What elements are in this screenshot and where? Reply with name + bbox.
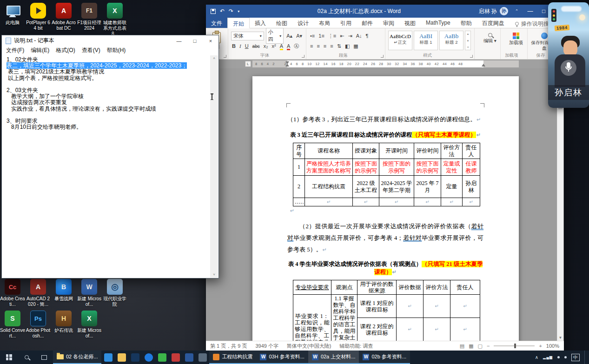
tab-view[interactable]: 视图	[399, 18, 421, 28]
tab-insert[interactable]: 插入	[250, 18, 271, 28]
tab-review[interactable]: 审阅	[378, 18, 399, 28]
align-center-icon[interactable]: ≡	[316, 43, 320, 49]
zoom-in-icon[interactable]: +	[539, 343, 542, 349]
web-layout-icon[interactable]: ▢	[478, 343, 483, 349]
menu-format[interactable]: 格式(O)	[53, 46, 78, 54]
undo-icon[interactable]: ↶	[220, 8, 225, 14]
scroll-up-icon[interactable]: ˄	[213, 56, 215, 60]
taskbar-search-button[interactable]	[18, 351, 35, 364]
start-button[interactable]	[0, 351, 18, 364]
decrease-indent-icon[interactable]: ⇤	[339, 33, 345, 39]
desktop-icon-autocad[interactable]: AutoCAD 2020 - 简...	[26, 279, 51, 307]
task-view-button[interactable]	[35, 351, 53, 364]
tab-draw[interactable]: 绘图	[271, 18, 292, 28]
pinned-app-word[interactable]	[182, 351, 196, 364]
taskbar-window-03h[interactable]: 03H 参考资料...	[256, 351, 308, 364]
language-indicator[interactable]: 简体中文(中国大陆)	[283, 343, 335, 350]
desktop-icon-acrobat[interactable]: Adobe Acrobat DC	[51, 3, 76, 31]
font-dialog-launcher[interactable]	[302, 55, 304, 58]
print-layout-icon[interactable]: ▦	[469, 343, 473, 349]
microphone-icon[interactable]	[561, 60, 576, 76]
superscript-icon[interactable]	[271, 43, 277, 49]
enclose-character-icon[interactable]	[293, 43, 300, 50]
highlight-color-icon[interactable]	[279, 43, 284, 49]
styles-dialog-launcher[interactable]	[470, 55, 473, 58]
desktop-icon-battlenet[interactable]: 暴雪战网	[51, 279, 76, 302]
multilevel-list-icon[interactable]: ⋮≡	[327, 33, 337, 39]
tab-design[interactable]: 设计	[292, 18, 314, 28]
pinned-app-store[interactable]	[128, 351, 142, 364]
show-desktop-button[interactable]	[584, 351, 586, 364]
font-color-icon[interactable]	[286, 43, 291, 49]
shrink-font-icon[interactable]: A▾	[295, 33, 303, 39]
numbering-icon[interactable]: 1≡	[318, 33, 325, 39]
show-formatting-marks-icon[interactable]: ¶	[365, 33, 370, 39]
line-spacing-icon[interactable]: ⇅	[336, 43, 342, 49]
shading-icon[interactable]: ◧	[344, 43, 351, 49]
tab-file[interactable]: 文件	[206, 18, 227, 28]
desktop-icon-potplayer[interactable]: PotPlayer 64 bit	[26, 3, 51, 31]
word-title-bar[interactable]: ↶ ↷ ▾ 02a 上交材料-汇总表.docx - Word 启林 孙 孙 ⌃ …	[206, 5, 564, 18]
style-heading1[interactable]: AaBI 标题 1	[414, 31, 438, 50]
maximize-button[interactable]: □	[187, 35, 203, 46]
desktop-icon-solid-converter[interactable]: Solid Convert...	[0, 311, 25, 339]
scroll-down-icon[interactable]: ˅	[213, 272, 215, 277]
minimize-button[interactable]: —	[171, 35, 187, 46]
taskbar-window-02a[interactable]: 02a 上交材料...	[308, 351, 359, 364]
underline-icon[interactable]	[244, 43, 250, 49]
style-heading2[interactable]: AaBb 标题 2	[439, 31, 463, 50]
tray-icon[interactable]	[557, 356, 560, 358]
align-right-icon[interactable]: ≡	[323, 43, 327, 49]
editing-button[interactable]: 编辑 ▾	[477, 31, 503, 44]
pinned-app-misc[interactable]	[196, 351, 209, 364]
style-normal[interactable]: AaBbCcD ↵正文	[388, 31, 412, 50]
document-page[interactable]: （1）参考表 3，列出近三年已开展课程目标达成情况评价的课程信息。↵ 表 3 近…	[252, 76, 519, 341]
strikethrough-icon[interactable]	[251, 43, 261, 49]
ruler[interactable]: 8 6 4 2 2 4 6 8 10 12 14 16 18 20 22 24 …	[206, 60, 564, 68]
accessibility-checker[interactable]: 辅助功能: 调查	[335, 343, 377, 350]
menu-help[interactable]: 帮助(H)	[104, 46, 129, 54]
tab-mathtype[interactable]: MathType	[421, 18, 456, 28]
ribbon-display-options-icon[interactable]: ⌃	[510, 5, 523, 18]
notepad-text-area[interactable]: 1、02文件夹 表二，填近三个学年土木夏季班，2024-2025，2023-20…	[2, 55, 210, 278]
tab-layout[interactable]: 布局	[314, 18, 335, 28]
pinned-app-explorer[interactable]	[115, 351, 128, 364]
read-mode-icon[interactable]: ▤	[460, 343, 464, 349]
pinned-app-qq[interactable]	[142, 351, 155, 364]
vertical-scrollbar[interactable]: ▲ ▼	[557, 68, 563, 341]
tray-icon[interactable]	[564, 356, 567, 358]
clipboard-dialog-launcher[interactable]	[224, 55, 226, 58]
desktop-icon-this-pc[interactable]: 此电脑	[0, 3, 25, 26]
taskbar-window-02b[interactable]: 02b 参考资料...	[359, 351, 410, 364]
tab-help[interactable]: 帮助	[456, 18, 477, 28]
tab-selector[interactable]	[245, 61, 251, 67]
redo-icon[interactable]: ↷	[229, 8, 233, 14]
font-size-combo[interactable]: 小四▾	[266, 28, 284, 44]
subscript-icon[interactable]	[263, 43, 269, 49]
addins-button[interactable]: 加载项	[503, 31, 529, 46]
hanging-indent-marker[interactable]	[285, 64, 289, 66]
close-button[interactable]: ×	[203, 35, 218, 46]
bold-icon[interactable]	[231, 43, 237, 49]
zoom-slider[interactable]	[494, 345, 535, 346]
page-indicator[interactable]: 第 1 页，共 9 页	[206, 343, 251, 350]
word-count[interactable]: 3949 个字	[251, 343, 283, 350]
desktop-icon-new-excel-doc[interactable]: 新建 Microsof...	[77, 311, 102, 339]
scroll-down-icon[interactable]: ▼	[557, 336, 563, 340]
zoom-level[interactable]: 100%	[546, 343, 559, 349]
bullets-icon[interactable]: •≡	[309, 33, 316, 39]
align-left-icon[interactable]: ≡	[309, 43, 314, 49]
tab-home[interactable]: 开始	[227, 18, 250, 28]
taskbar-window-folder[interactable]: 02 各位老师...	[53, 351, 101, 364]
network-icon[interactable]: ▂▄▆	[543, 355, 553, 359]
tab-references[interactable]: 引用	[335, 18, 357, 28]
notepad-title-bar[interactable]: 说明.txt - 记事本 — □ ×	[2, 35, 218, 46]
hidden-icons-chevron[interactable]: ∧	[535, 355, 538, 360]
right-indent-marker[interactable]	[482, 64, 485, 66]
pinned-app-music[interactable]	[169, 351, 182, 364]
minimize-button[interactable]: —	[523, 5, 537, 18]
desktop-icon-new-word-doc[interactable]: 新建 Microsof...	[77, 279, 102, 307]
menu-view[interactable]: 查看(V)	[79, 46, 104, 54]
sort-icon[interactable]: A↓	[355, 33, 363, 39]
font-name-combo[interactable]: 宋体▾	[231, 32, 264, 40]
